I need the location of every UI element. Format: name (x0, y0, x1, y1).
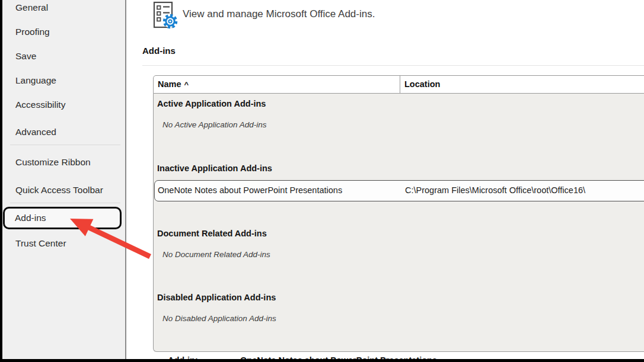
office-options-dialog: General Proofing Save Language Accessibi… (0, 0, 644, 362)
panel-description: View and manage Microsoft Office Add-ins… (183, 8, 375, 20)
options-sidebar: General Proofing Save Language Accessibi… (2, 0, 126, 359)
sidebar-divider (10, 145, 120, 145)
sidebar-item-language[interactable]: Language (15, 74, 56, 87)
section-divider (142, 65, 644, 66)
group-empty-document-add-ins: No Document Related Add-ins (162, 250, 270, 259)
column-name-label: Name (158, 79, 181, 89)
add-in-row-selected[interactable]: OneNote Notes about PowerPoint Presentat… (154, 180, 644, 201)
group-header-document-add-ins: Document Related Add-ins (157, 229, 267, 238)
sidebar-item-save[interactable]: Save (15, 50, 36, 62)
sidebar-item-accessibility[interactable]: Accessibility (15, 98, 65, 111)
group-empty-disabled-add-ins: No Disabled Application Add-ins (162, 314, 276, 323)
add-ins-table-body: Active Application Add-ins No Active App… (153, 94, 644, 352)
group-header-disabled-add-ins: Disabled Application Add-ins (157, 293, 276, 302)
window-left-edge (0, 0, 2, 362)
window-bottom-edge (0, 359, 644, 362)
sidebar-item-add-ins[interactable]: Add-ins (15, 212, 46, 224)
group-empty-active-add-ins: No Active Application Add-ins (162, 120, 267, 129)
sidebar-divider (10, 203, 120, 203)
add-ins-section-title: Add-ins (142, 46, 176, 56)
group-header-inactive-add-ins: Inactive Application Add-ins (157, 164, 272, 173)
add-ins-table-header: Name^ Location (153, 75, 644, 94)
manage-add-ins-icon (152, 1, 180, 31)
sidebar-item-customize-ribbon[interactable]: Customize Ribbon (15, 156, 91, 168)
sidebar-item-advanced[interactable]: Advanced (15, 126, 56, 138)
gear-icon (164, 15, 177, 28)
column-header-location[interactable]: Location (400, 76, 644, 93)
sort-ascending-icon: ^ (184, 80, 189, 89)
add-in-location: C:\Program Files\Microsoft Office\root\O… (401, 181, 585, 201)
sidebar-item-proofing[interactable]: Proofing (15, 25, 50, 38)
sidebar-item-trust-center[interactable]: Trust Center (15, 237, 66, 249)
column-header-name[interactable]: Name^ (154, 76, 400, 93)
add-ins-highlight-annotation: Add-ins (3, 207, 122, 229)
sidebar-item-general[interactable]: General (15, 1, 48, 14)
group-header-active-add-ins: Active Application Add-ins (157, 99, 266, 108)
add-in-name: OneNote Notes about PowerPoint Presentat… (155, 181, 401, 201)
sidebar-item-quick-access-toolbar[interactable]: Quick Access Toolbar (15, 184, 103, 196)
